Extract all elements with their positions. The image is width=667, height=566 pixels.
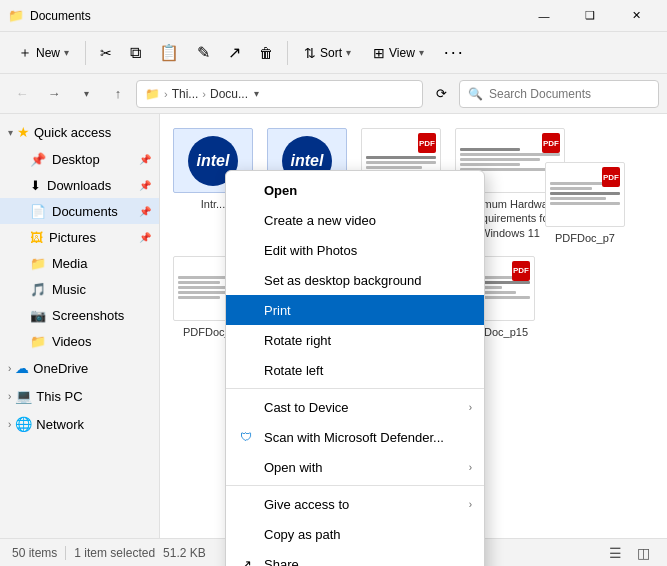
rename-button[interactable]: ✎ (189, 35, 218, 71)
maximize-button[interactable]: ❑ (567, 0, 613, 32)
toolbar-sep-1 (85, 41, 86, 65)
ctx-give-access[interactable]: Give access to › (226, 489, 484, 519)
new-button[interactable]: ＋ New ▾ (8, 35, 79, 71)
ctx-share-label: Share (264, 557, 472, 567)
ctx-print-label: Print (264, 303, 472, 318)
sort-button[interactable]: ⇅ Sort ▾ (294, 35, 361, 71)
ctx-open-with[interactable]: Open with › (226, 452, 484, 482)
quick-access-label: Quick access (34, 125, 111, 140)
sidebar-item-desktop[interactable]: 📌 Desktop 📌 (0, 146, 159, 172)
ctx-edit-photos-label: Edit with Photos (264, 243, 472, 258)
ctx-set-desktop[interactable]: Set as desktop background (226, 265, 484, 295)
minimize-button[interactable]: — (521, 0, 567, 32)
sidebar-item-pictures[interactable]: 🖼 Pictures 📌 (0, 224, 159, 250)
sidebar-item-screenshots[interactable]: 📷 Screenshots (0, 302, 159, 328)
cut-button[interactable]: ✂ (92, 35, 120, 71)
ctx-create-video[interactable]: Create a new video (226, 205, 484, 235)
network-header[interactable]: › 🌐 Network (0, 410, 159, 438)
title-bar-text: Documents (30, 9, 521, 23)
status-sep-1 (65, 546, 66, 560)
ctx-defender[interactable]: 🛡 Scan with Microsoft Defender... (226, 422, 484, 452)
grid-view-button[interactable]: ◫ (631, 541, 655, 565)
breadcrumb-dropdown-arrow[interactable]: ▾ (254, 88, 259, 99)
ctx-set-desktop-label: Set as desktop background (264, 273, 472, 288)
network-label: Network (36, 417, 84, 432)
sidebar-videos-label: Videos (52, 334, 92, 349)
ctx-copy-path[interactable]: Copy as path (226, 519, 484, 549)
ctx-print[interactable]: Print (226, 295, 484, 325)
forward-button[interactable]: → (40, 80, 68, 108)
sidebar-item-downloads[interactable]: ⬇ Downloads 📌 (0, 172, 159, 198)
back-button[interactable]: ← (8, 80, 36, 108)
thispc-label: This PC (36, 389, 82, 404)
ctx-rotate-right[interactable]: Rotate right (226, 325, 484, 355)
search-bar[interactable]: 🔍 (459, 80, 659, 108)
selected-count: 1 item selected (74, 546, 155, 560)
delete-button[interactable]: 🗑 (251, 35, 281, 71)
downloads-pin-icon: 📌 (139, 180, 151, 191)
sidebar-item-videos[interactable]: 📁 Videos (0, 328, 159, 354)
copy-button[interactable]: ⧉ (122, 35, 149, 71)
ctx-rotate-right-label: Rotate right (264, 333, 472, 348)
ctx-copy-path-label: Copy as path (264, 527, 472, 542)
share-button[interactable]: ↗ (220, 35, 249, 71)
sidebar-desktop-label: Desktop (52, 152, 100, 167)
cut-icon: ✂ (100, 45, 112, 61)
sidebar-item-media[interactable]: 📁 Media (0, 250, 159, 276)
ctx-copy-path-icon (238, 526, 254, 542)
ctx-cast[interactable]: Cast to Device › (226, 392, 484, 422)
context-menu: Open Create a new video Edit with Photos… (225, 170, 485, 566)
pdf-icon: PDF (418, 133, 436, 153)
thispc-header[interactable]: › 💻 This PC (0, 382, 159, 410)
breadcrumb[interactable]: 📁 › Thi... › Docu... ▾ (136, 80, 423, 108)
quick-access-header[interactable]: ▾ ★ Quick access (0, 118, 159, 146)
file-size: 51.2 KB (163, 546, 206, 560)
desktop-folder-icon: 📌 (30, 152, 46, 167)
ctx-edit-photos[interactable]: Edit with Photos (226, 235, 484, 265)
sidebar-downloads-label: Downloads (47, 178, 111, 193)
ctx-cast-icon (238, 399, 254, 415)
ctx-cast-label: Cast to Device (264, 400, 459, 415)
sort-dropdown-arrow: ▾ (346, 47, 351, 58)
more-button[interactable]: ··· (436, 35, 473, 71)
thispc-icon: 💻 (15, 388, 32, 404)
paste-button[interactable]: 📋 (151, 35, 187, 71)
pdf-icon: PDF (512, 261, 530, 281)
search-input[interactable] (489, 87, 650, 101)
ctx-rotate-left[interactable]: Rotate left (226, 355, 484, 385)
quick-access-star-icon: ★ (17, 124, 30, 140)
breadcrumb-sep-1: › (164, 88, 168, 100)
ctx-share[interactable]: ↗ Share (226, 549, 484, 566)
ctx-set-desktop-icon (238, 272, 254, 288)
close-button[interactable]: ✕ (613, 0, 659, 32)
sidebar-screenshots-label: Screenshots (52, 308, 124, 323)
recent-button[interactable]: ▾ (72, 80, 100, 108)
onedrive-header[interactable]: › ☁ OneDrive (0, 354, 159, 382)
search-icon: 🔍 (468, 87, 483, 101)
view-button[interactable]: ⊞ View ▾ (363, 35, 434, 71)
list-item[interactable]: PDF PDFDoc_p7 (540, 156, 630, 251)
breadcrumb-folder-icon: 📁 (145, 87, 160, 101)
music-icon: 🎵 (30, 282, 46, 297)
ctx-cast-arrow: › (469, 402, 472, 413)
screenshots-icon: 📷 (30, 308, 46, 323)
quick-access-arrow: ▾ (8, 127, 13, 138)
ctx-open[interactable]: Open (226, 175, 484, 205)
refresh-button[interactable]: ⟳ (427, 80, 455, 108)
up-button[interactable]: ↑ (104, 80, 132, 108)
onedrive-label: OneDrive (33, 361, 88, 376)
pictures-icon: 🖼 (30, 230, 43, 245)
ctx-rotate-left-icon (238, 362, 254, 378)
list-view-button[interactable]: ☰ (603, 541, 627, 565)
ctx-defender-label: Scan with Microsoft Defender... (264, 430, 472, 445)
ctx-sep-1 (226, 388, 484, 389)
sidebar-item-documents[interactable]: 📄 Documents 📌 (0, 198, 159, 224)
title-bar-controls: — ❑ ✕ (521, 0, 659, 32)
sidebar-item-music[interactable]: 🎵 Music (0, 276, 159, 302)
ctx-create-video-label: Create a new video (264, 213, 472, 228)
view-controls: ☰ ◫ (603, 541, 655, 565)
ctx-give-access-label: Give access to (264, 497, 459, 512)
pdf-icon: PDF (602, 167, 620, 187)
sidebar-media-label: Media (52, 256, 87, 271)
ctx-open-with-label: Open with (264, 460, 459, 475)
